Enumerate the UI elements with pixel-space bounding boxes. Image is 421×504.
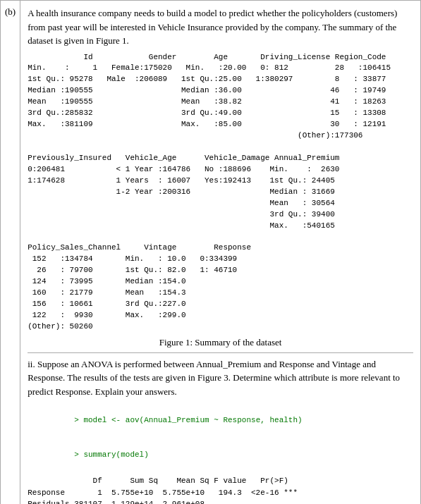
code-prompt-1: > model <- aov(Annual_Premium ~ Response… [74,416,302,424]
code-prompt-2: > summary(model) [74,450,149,459]
section-ii-paragraph: ii. Suppose an ANOVA is performed betwee… [28,357,413,399]
code-block-1: > model <- aov(Annual_Premium ~ Response… [28,402,413,472]
section-divider [28,352,413,353]
intro-paragraph: A health insurance company needs to buil… [28,6,413,48]
question-row-b: (b) A health insurance company needs to … [1,1,421,505]
figure1-caption: Figure 1: Summary of the dataset [28,337,413,348]
row-label: (b) [1,1,20,505]
row-content: A health insurance company needs to buil… [20,1,421,505]
anova-table-1: Df Sum Sq Mean Sq F value Pr(>F) Respons… [28,475,413,504]
dataset-summary: Id Gender Age Driving_License Region_Cod… [28,52,413,333]
